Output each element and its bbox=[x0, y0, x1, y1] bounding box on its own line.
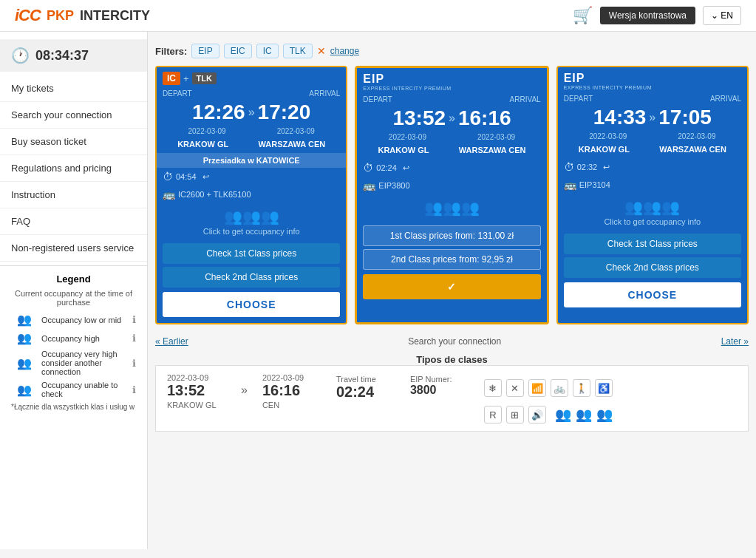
eip-label-3: EIP bbox=[564, 72, 585, 85]
occupancy-section-1[interactable]: 👥👥👥 Click to get occupancy info bbox=[157, 203, 346, 240]
sidebar-item-search[interactable]: Search your connection bbox=[0, 102, 147, 129]
occupancy-high-icon: 👥 bbox=[11, 331, 37, 345]
legend-item-unavailable: 👥 Occupancy unable to check ℹ bbox=[11, 381, 136, 398]
duration-3: 02:32 bbox=[577, 163, 598, 171]
clock-display: 08:34:37 bbox=[35, 48, 89, 64]
sidebar-item-regulations[interactable]: Regulations and pricing bbox=[0, 155, 147, 182]
detail-travel-time-col: Travel time 02:24 bbox=[336, 373, 395, 401]
eip-badge-3: EIP EXPRESS INTERCITY PREMIUM bbox=[564, 72, 652, 90]
legend-low-label: Occupancy low or mid bbox=[41, 316, 128, 324]
legend-item-low: 👥 Occupancy low or mid ℹ bbox=[11, 313, 136, 327]
card-stations-3: KRAKOW GL WARSZAWA CEN bbox=[558, 143, 747, 158]
nav-row: « Earlier Search your connection Later » bbox=[155, 332, 749, 351]
arrival-time-3: 17:05 bbox=[658, 106, 712, 129]
card-header-1: IC + TLK bbox=[157, 67, 346, 88]
occupancy-icons-1: 👥👥👥 bbox=[163, 208, 340, 225]
filter-eic[interactable]: EIC bbox=[224, 44, 252, 58]
duration-info-2: ⏱ 02:24 ↩ bbox=[357, 159, 546, 177]
arrival-time-2: 16:16 bbox=[458, 106, 511, 130]
sidebar-item-instruction[interactable]: Instruction bbox=[0, 182, 147, 208]
detail-time-1: 13:52 bbox=[167, 382, 226, 399]
clock-small-icon-1: ⏱ bbox=[163, 171, 173, 183]
occupancy-label-1[interactable]: Click to get occupancy info bbox=[163, 227, 340, 236]
price-box-1st: 1st Class prices from: 131,00 zł bbox=[363, 225, 540, 246]
train-icon-3: 🚌 bbox=[564, 179, 576, 191]
filters-label: Filters: bbox=[155, 46, 187, 57]
clock-small-icon-2: ⏱ bbox=[363, 162, 373, 174]
ic-badge: IC bbox=[163, 72, 180, 85]
train-num-1: IC2600 + TLK65100 bbox=[178, 190, 251, 199]
check-1st-btn-3[interactable]: Check 1st Class prices bbox=[564, 234, 741, 254]
sidebar-item-faq[interactable]: FAQ bbox=[0, 208, 147, 235]
check-2nd-btn-1[interactable]: Check 2nd Class prices bbox=[163, 267, 340, 287]
legend-desc: Current occupancy at the time of purchas… bbox=[11, 289, 136, 307]
transfer-note-1: Przesiadka w KATOWICE bbox=[157, 153, 346, 168]
choose-btn-2[interactable]: ✓ bbox=[363, 274, 540, 299]
check-1st-btn-1[interactable]: Check 1st Class prices bbox=[163, 243, 340, 264]
grid-icon: ⊞ bbox=[506, 406, 524, 423]
card-dates-2: 2022-03-09 2022-03-09 bbox=[357, 133, 546, 144]
depart-time-1: 12:26 bbox=[192, 101, 245, 124]
choose-btn-1[interactable]: CHOOSE bbox=[163, 292, 340, 317]
travel-time-label: Travel time bbox=[336, 375, 395, 384]
seat-icon-1: ↩ bbox=[202, 172, 209, 182]
train-cards-row: IC + TLK DEPART ARRIVAL 12:26 » 17:20 20… bbox=[155, 66, 749, 324]
clock-small-icon-3: ⏱ bbox=[564, 161, 574, 173]
info-icon-very-high[interactable]: ℹ bbox=[132, 358, 136, 369]
occupancy-very-high-icon: 👥 bbox=[11, 356, 37, 370]
card-dates-1: 2022-03-09 2022-03-09 bbox=[157, 127, 346, 138]
later-link[interactable]: Later » bbox=[721, 336, 749, 347]
wheelchair-icon: ♿ bbox=[595, 379, 613, 397]
filter-remove-icon[interactable]: ✕ bbox=[317, 45, 326, 57]
filter-eip[interactable]: EIP bbox=[191, 44, 219, 58]
col-labels-2: DEPART ARRIVAL bbox=[357, 95, 546, 103]
duration-2: 02:24 bbox=[376, 163, 397, 172]
legend-high-label: Occupancy high bbox=[41, 334, 128, 343]
sidebar-item-season[interactable]: Buy season ticket bbox=[0, 129, 147, 155]
filter-ic[interactable]: IC bbox=[256, 44, 279, 58]
info-icon-low[interactable]: ℹ bbox=[132, 314, 136, 325]
occupancy-detail-icon: 👥 bbox=[555, 406, 571, 423]
check-2nd-btn-3[interactable]: Check 2nd Class prices bbox=[564, 257, 741, 278]
cart-icon: 🛒 bbox=[573, 6, 593, 25]
filter-tlk[interactable]: TLK bbox=[283, 44, 313, 58]
snowflake-icon: ❄ bbox=[484, 379, 502, 397]
no-food-icon: ✕ bbox=[506, 379, 524, 397]
lang-button[interactable]: ⌄ EN bbox=[703, 6, 741, 25]
tlk-badge: TLK bbox=[192, 72, 217, 84]
legend-section: Legend Current occupancy at the time of … bbox=[0, 265, 147, 418]
sidebar-menu: My tickets Search your connection Buy se… bbox=[0, 75, 147, 262]
occupancy-section-3[interactable]: 👥👥👥 Click to get occupancy info bbox=[558, 194, 747, 231]
card-stations-2: KRAKOW GL WARSZAWA CEN bbox=[357, 144, 546, 159]
duration-1: 04:54 bbox=[176, 172, 197, 181]
info-icon-high[interactable]: ℹ bbox=[132, 333, 136, 344]
wifi-icon: 📶 bbox=[528, 379, 546, 397]
info-icon-unavailable[interactable]: ℹ bbox=[132, 384, 136, 395]
filter-change-link[interactable]: change bbox=[330, 46, 359, 56]
detail-eip-col: EIP Numer: 3800 bbox=[410, 373, 469, 397]
choose-btn-3[interactable]: CHOOSE bbox=[564, 282, 741, 307]
earlier-link[interactable]: « Earlier bbox=[155, 336, 188, 347]
travel-time-value: 02:24 bbox=[336, 384, 395, 401]
detail-time-2: 16:16 bbox=[262, 382, 321, 399]
detail-date-2: 2022-03-09 bbox=[262, 373, 321, 382]
r-icon: R bbox=[484, 406, 502, 423]
depart-time-3: 14:33 bbox=[593, 106, 647, 129]
sidebar-item-my-tickets[interactable]: My tickets bbox=[0, 75, 147, 102]
sidebar-item-nonreg[interactable]: Non-registered users service bbox=[0, 235, 147, 262]
occupancy-unavailable-icon: 👥 bbox=[11, 383, 37, 397]
detail-arrow-icon: » bbox=[241, 373, 248, 397]
arrival-time-1: 17:20 bbox=[258, 101, 311, 124]
eip-subtitle-3: EXPRESS INTERCITY PREMIUM bbox=[564, 85, 652, 90]
occupancy-label-3[interactable]: Click to get occupancy info bbox=[564, 217, 741, 226]
eip-subtitle-2: EXPRESS INTERCITY PREMIUM bbox=[363, 86, 451, 91]
train-card-3: EIP EXPRESS INTERCITY PREMIUM DEPART ARR… bbox=[556, 66, 749, 324]
clock-widget: 🕐 08:34:37 bbox=[0, 39, 147, 72]
card-header-3: EIP EXPRESS INTERCITY PREMIUM bbox=[558, 67, 747, 93]
detail-arrival-col: 2022-03-09 16:16 CEN bbox=[262, 373, 321, 409]
arrow-icon-3: » bbox=[649, 111, 655, 124]
logo: iCC PKP INTERCITY bbox=[15, 6, 150, 25]
header: iCC PKP INTERCITY 🛒 Wersja kontrastowa ⌄… bbox=[0, 0, 756, 32]
versja-button[interactable]: Wersja kontrastowa bbox=[600, 7, 695, 24]
arrow-icon-1: » bbox=[248, 106, 255, 119]
